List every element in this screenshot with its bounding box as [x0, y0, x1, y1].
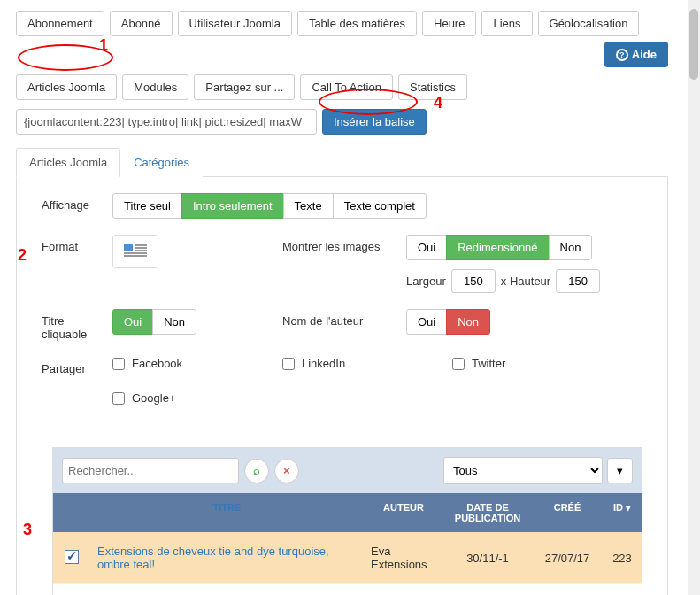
label-empty: [42, 391, 102, 397]
search-button[interactable]: ⌕: [244, 459, 269, 483]
row-created: 27/07/17: [532, 539, 603, 577]
row-author: Eva Extensions: [364, 584, 443, 595]
th-titre[interactable]: TITRE: [90, 493, 364, 532]
top-button-row-1: Abonnement Abonné Utilisateur Joomla Tab…: [16, 11, 668, 67]
btn-call-to-action[interactable]: Call To Action: [300, 74, 393, 100]
row-id: 222: [603, 591, 642, 596]
row-pub: 30/11/-1: [443, 539, 532, 577]
tag-input[interactable]: [16, 109, 317, 135]
titre-cliquable-oui[interactable]: Oui: [112, 309, 153, 335]
table-row[interactable]: Où commander des extensions en gris silv…: [53, 584, 642, 595]
row-format-images: Format Montrer les images Oui Redimensio…: [17, 235, 667, 309]
share-facebook-label: Facebook: [132, 357, 182, 370]
row-id: 223: [603, 539, 642, 577]
top-button-row-2: Articles Joomla Modules Partagez sur ...…: [16, 74, 668, 100]
affichage-texte-complet[interactable]: Texte complet: [333, 193, 427, 219]
scrollbar-thumb[interactable]: [689, 9, 698, 80]
label-titre-cliquable: Titre cliquable: [42, 309, 102, 341]
checkbox-googleplus[interactable]: [112, 392, 125, 405]
scrollbar-track[interactable]: [688, 0, 700, 595]
help-icon: ?: [616, 49, 628, 61]
help-button[interactable]: ? Aide: [604, 42, 668, 67]
btn-abonne[interactable]: Abonné: [110, 11, 173, 36]
checkbox-twitter[interactable]: [452, 358, 465, 370]
btn-abonnement[interactable]: Abonnement: [16, 11, 104, 36]
nom-auteur-non[interactable]: Non: [446, 309, 490, 335]
affichage-toggle: Titre seul Intro seulement Texte Texte c…: [112, 193, 642, 219]
share-googleplus-label: Google+: [132, 391, 176, 405]
affichage-titre-seul[interactable]: Titre seul: [112, 193, 182, 219]
dimensions-row: Largeur x Hauteur: [406, 269, 600, 293]
search-input[interactable]: [62, 458, 239, 483]
filter-bar: ⌕ × Tous ▾: [53, 448, 642, 493]
row-partager: Partager Facebook LinkedIn Twitter: [17, 357, 667, 391]
help-button-label: Aide: [632, 48, 657, 61]
insert-tag-row: Insérer la balise: [16, 109, 668, 135]
nom-auteur-oui[interactable]: Oui: [406, 309, 447, 335]
row-checkbox-checked[interactable]: [65, 550, 79, 564]
hauteur-label: x Hauteur: [501, 274, 550, 288]
table-header: TITRE AUTEUR DATE DE PUBLICATION CRÉÉ ID…: [53, 493, 642, 532]
btn-liens[interactable]: Liens: [481, 11, 532, 36]
btn-modules[interactable]: Modules: [122, 74, 188, 100]
sort-desc-icon: ▾: [626, 502, 631, 513]
btn-heure[interactable]: Heure: [422, 11, 476, 36]
share-linkedin-label: LinkedIn: [302, 357, 345, 370]
share-twitter-label: Twitter: [472, 357, 505, 370]
insert-tag-button[interactable]: Insérer la balise: [322, 109, 427, 135]
label-format: Format: [42, 235, 102, 253]
row-author: Eva Extensions: [364, 532, 443, 583]
th-auteur[interactable]: AUTEUR: [364, 493, 443, 532]
btn-utilisateur-joomla[interactable]: Utilisateur Joomla: [178, 11, 292, 36]
btn-articles-joomla[interactable]: Articles Joomla: [16, 74, 117, 100]
label-affichage: Affichage: [42, 193, 102, 212]
btn-statistics[interactable]: Statistics: [398, 74, 467, 100]
images-non[interactable]: Non: [549, 235, 593, 260]
btn-partagez-sur[interactable]: Partagez sur ...: [194, 74, 295, 100]
label-nom-auteur: Nom de l'auteur: [282, 309, 396, 328]
affichage-texte[interactable]: Texte: [283, 193, 334, 219]
label-montrer-images: Montrer les images: [282, 235, 396, 253]
checkbox-linkedin[interactable]: [282, 358, 295, 370]
tabs: Articles Joomla Catégories: [16, 147, 668, 177]
row-titre-nom: Titre cliquable Oui Non Nom de l'auteur …: [17, 309, 667, 357]
largeur-input[interactable]: [451, 269, 496, 293]
label-partager: Partager: [42, 357, 102, 375]
btn-table-matieres[interactable]: Table des matières: [297, 11, 417, 36]
row-partager-2: Google+: [17, 391, 667, 421]
th-created[interactable]: CRÉÉ: [532, 493, 603, 532]
titre-cliquable-toggle: Oui Non: [112, 309, 272, 335]
table-row[interactable]: Extensions de cheveux tie and dye turquo…: [53, 532, 642, 584]
article-table: ⌕ × Tous ▾ TITRE AUTEUR DATE DE PUBLICAT…: [52, 447, 642, 595]
row-title[interactable]: Où commander des extensions en gris silv…: [90, 584, 364, 595]
status-select[interactable]: Tous: [443, 457, 603, 484]
format-chip[interactable]: [112, 235, 158, 268]
row-title[interactable]: Extensions de cheveux tie and dye turquo…: [90, 532, 364, 583]
images-redimensionne[interactable]: Redimensionné: [446, 235, 549, 260]
tab-categories[interactable]: Catégories: [120, 148, 203, 177]
tab-articles-joomla[interactable]: Articles Joomla: [16, 148, 120, 177]
btn-geolocalisation[interactable]: Géolocalisation: [538, 11, 640, 36]
largeur-label: Largeur: [406, 274, 446, 288]
panel-body: Affichage Titre seul Intro seulement Tex…: [16, 177, 668, 595]
row-created: 10/07/17: [532, 591, 603, 596]
format-chip-icon: [124, 244, 147, 259]
hauteur-input[interactable]: [556, 269, 600, 293]
th-date-pub[interactable]: DATE DE PUBLICATION: [443, 493, 532, 532]
status-caret[interactable]: ▾: [607, 458, 633, 483]
th-id[interactable]: ID ▾: [603, 493, 642, 532]
nom-auteur-toggle: Oui Non: [406, 309, 490, 335]
titre-cliquable-non[interactable]: Non: [152, 309, 196, 335]
search-icon: ⌕: [253, 464, 260, 477]
images-oui[interactable]: Oui: [406, 235, 447, 260]
checkbox-facebook[interactable]: [112, 358, 125, 370]
row-pub: 6/08/17: [443, 591, 532, 596]
close-icon: ×: [283, 464, 290, 477]
clear-search-button[interactable]: ×: [274, 459, 299, 483]
images-toggle: Oui Redimensionné Non: [406, 235, 600, 260]
row-affichage: Affichage Titre seul Intro seulement Tex…: [17, 193, 667, 235]
affichage-intro-seulement[interactable]: Intro seulement: [181, 193, 284, 219]
caret-down-icon: ▾: [617, 464, 623, 477]
